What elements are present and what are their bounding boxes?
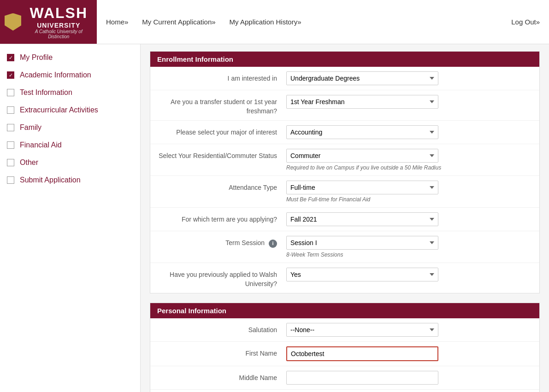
main-content: Enrollment Information I am interested i… — [141, 44, 549, 392]
select-attendance-type[interactable]: Full-timePart-time — [286, 181, 438, 194]
form-label-major: Please select your major of interest — [157, 125, 286, 137]
form-row-interested-in: I am interested inUndergraduate DegreesG… — [150, 67, 539, 90]
select-previously-applied[interactable]: YesNo — [286, 268, 438, 281]
current-application-link[interactable]: My Current Application» — [142, 18, 215, 26]
helper-text-attendance-type: Must Be Full-time for Financial Aid — [286, 196, 532, 203]
sidebar-label-test-information: Test Information — [20, 88, 72, 97]
form-row-transfer-or-freshman: Are you a transfer student or 1st year f… — [150, 90, 539, 121]
sidebar-item-extracurricular-activities[interactable]: Extracurricular Activities — [0, 101, 140, 119]
select-transfer-or-freshman[interactable]: 1st Year FreshmanTransfer Student — [286, 95, 438, 109]
form-control-major: AccountingBusiness AdministrationNursing… — [286, 125, 532, 139]
enrollment-section: Enrollment Information I am interested i… — [150, 51, 540, 293]
form-control-first-name — [286, 346, 532, 361]
sidebar-checkbox-academic-information — [7, 71, 14, 79]
sidebar-checkbox-submit-application — [7, 176, 14, 184]
form-label-term-session: Term Session i — [157, 236, 286, 248]
sidebar-item-other[interactable]: Other — [0, 154, 140, 171]
form-control-previously-applied: YesNo — [286, 268, 532, 281]
form-row-term: For which term are you applying?Fall 202… — [150, 208, 539, 231]
form-label-residential-status: Select Your Residential/Commuter Status — [157, 149, 286, 161]
sidebar-item-family[interactable]: Family — [0, 119, 140, 136]
sidebar-label-extracurricular-activities: Extracurricular Activities — [20, 106, 98, 114]
form-row-attendance-type: Attendance TypeFull-timePart-timeMust Be… — [150, 176, 539, 208]
university-name: WALSH — [25, 5, 92, 22]
form-control-transfer-or-freshman: 1st Year FreshmanTransfer Student — [286, 95, 532, 109]
university-tagline: A Catholic University of Distinction — [25, 29, 92, 39]
form-control-attendance-type: Full-timePart-timeMust Be Full-time for … — [286, 181, 532, 203]
select-term[interactable]: Fall 2021Spring 2022Summer 2022 — [286, 212, 438, 226]
home-link[interactable]: Home» — [106, 18, 128, 26]
input-first-name[interactable] — [286, 346, 438, 361]
sidebar-item-academic-information[interactable]: Academic Information — [0, 66, 140, 84]
form-row-last-name: Last Name — [150, 390, 539, 392]
logo-shield-icon — [5, 13, 21, 31]
form-control-salutation: --None--Mr.Ms.Mrs.Dr. — [286, 323, 532, 337]
personal-header: Personal Information — [150, 303, 539, 318]
form-label-transfer-or-freshman: Are you a transfer student or 1st year f… — [157, 95, 286, 116]
logo-area: WALSH UNIVERSITY A Catholic University o… — [0, 0, 97, 44]
form-control-middle-name — [286, 371, 532, 385]
sidebar-checkbox-my-profile — [7, 54, 14, 61]
form-control-interested-in: Undergraduate DegreesGraduate DegreesCon… — [286, 71, 532, 85]
sidebar-checkbox-other — [7, 159, 14, 166]
logout-link[interactable]: Log Out» — [511, 18, 540, 26]
enrollment-header: Enrollment Information — [150, 52, 539, 67]
sidebar-label-financial-aid: Financial Aid — [20, 141, 62, 149]
form-row-first-name: First Name — [150, 342, 539, 366]
form-row-salutation: Salutation--None--Mr.Ms.Mrs.Dr. — [150, 318, 539, 342]
select-term-session[interactable]: Session ISession II — [286, 236, 438, 250]
nav-links: Home» My Current Application» My Applica… — [106, 18, 301, 26]
input-middle-name[interactable] — [286, 371, 438, 385]
sidebar-item-my-profile[interactable]: My Profile — [0, 49, 140, 66]
select-major[interactable]: AccountingBusiness AdministrationNursing… — [286, 125, 438, 139]
sidebar-checkbox-family — [7, 124, 14, 131]
sidebar-label-academic-information: Academic Information — [20, 71, 91, 79]
personal-section: Personal Information Salutation--None--M… — [150, 303, 540, 392]
form-control-term-session: Session ISession II8-Week Term Sessions — [286, 236, 532, 258]
form-row-residential-status: Select Your Residential/Commuter StatusC… — [150, 144, 539, 176]
sidebar: My ProfileAcademic InformationTest Infor… — [0, 44, 141, 392]
form-label-interested-in: I am interested in — [157, 71, 286, 83]
select-salutation[interactable]: --None--Mr.Ms.Mrs.Dr. — [286, 323, 438, 337]
university-sub-name: UNIVERSITY — [25, 22, 92, 29]
helper-text-term-session: 8-Week Term Sessions — [286, 252, 532, 258]
sidebar-item-submit-application[interactable]: Submit Application — [0, 171, 140, 189]
sidebar-label-my-profile: My Profile — [20, 53, 53, 62]
sidebar-label-submit-application: Submit Application — [20, 176, 81, 184]
form-label-middle-name: Middle Name — [157, 371, 286, 383]
select-residential-status[interactable]: CommuterResidential — [286, 149, 438, 163]
form-label-first-name: First Name — [157, 346, 286, 358]
sidebar-checkbox-test-information — [7, 89, 14, 96]
sidebar-item-test-information[interactable]: Test Information — [0, 84, 140, 101]
form-label-term: For which term are you applying? — [157, 212, 286, 224]
select-interested-in[interactable]: Undergraduate DegreesGraduate DegreesCon… — [286, 71, 438, 85]
logo-text: WALSH UNIVERSITY A Catholic University o… — [25, 5, 92, 39]
form-row-previously-applied: Have you previously applied to Walsh Uni… — [150, 263, 539, 293]
sidebar-label-family: Family — [20, 123, 41, 132]
form-label-salutation: Salutation — [157, 323, 286, 335]
sidebar-label-other: Other — [20, 158, 38, 167]
form-label-previously-applied: Have you previously applied to Walsh Uni… — [157, 268, 286, 288]
sidebar-checkbox-financial-aid — [7, 141, 14, 149]
info-icon-term-session[interactable]: i — [269, 240, 277, 248]
form-row-major: Please select your major of interestAcco… — [150, 121, 539, 144]
history-link[interactable]: My Application History» — [230, 18, 301, 26]
form-row-middle-name: Middle Name — [150, 366, 539, 390]
form-control-residential-status: CommuterResidentialRequired to live on C… — [286, 149, 532, 171]
navigation: Home» My Current Application» My Applica… — [97, 1, 549, 43]
helper-text-residential-status: Required to live on Campus if you live o… — [286, 164, 532, 171]
sidebar-item-financial-aid[interactable]: Financial Aid — [0, 136, 140, 154]
form-control-term: Fall 2021Spring 2022Summer 2022 — [286, 212, 532, 226]
form-row-term-session: Term Session iSession ISession II8-Week … — [150, 231, 539, 263]
form-label-attendance-type: Attendance Type — [157, 181, 286, 193]
sidebar-checkbox-extracurricular-activities — [7, 106, 14, 114]
